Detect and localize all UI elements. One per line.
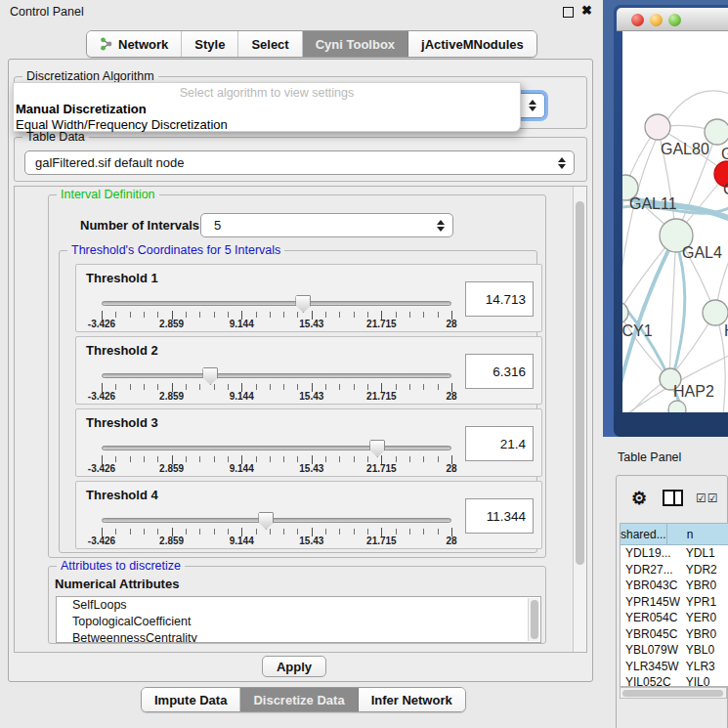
threshold-3-slider[interactable]	[102, 446, 451, 450]
cell-shared-name[interactable]: YBR043C	[621, 578, 680, 594]
number-of-intervals-value: 5	[214, 218, 221, 233]
settings-scrollbar[interactable]	[573, 187, 586, 652]
tab-style[interactable]: Style	[182, 31, 238, 57]
cell-name[interactable]: YDR2	[680, 562, 728, 578]
table-row[interactable]: YIL052CYIL0	[621, 674, 728, 687]
attribute-item[interactable]: SelfLoops	[57, 597, 540, 614]
tab-impute-data[interactable]: Impute Data	[142, 688, 240, 711]
cell-name[interactable]: YBR0	[680, 626, 728, 643]
node-attribute-table: shared... n YDL19...YDL1YDR27...YDR2YBR0…	[620, 523, 728, 687]
tick-label: 28	[446, 391, 456, 402]
column-header-shared-name[interactable]: shared...	[621, 524, 667, 544]
node-label: C	[723, 181, 728, 197]
combo-arrows-icon	[558, 157, 566, 169]
cell-name[interactable]: YER0	[680, 610, 728, 626]
tab-label: Infer Network	[371, 693, 452, 707]
cell-name[interactable]: YLR3	[680, 659, 728, 675]
cell-shared-name[interactable]: YDR27...	[621, 562, 680, 578]
thresholds-coordinates-label: Threshold's Coordinates for 5 Intervals	[67, 243, 284, 257]
tick-label: 21.715	[366, 319, 397, 329]
table-row[interactable]: YER054CYER0	[621, 610, 728, 626]
tick-label: 21.715	[366, 535, 397, 546]
zoom-traffic-light-icon[interactable]	[668, 14, 681, 26]
tab-select[interactable]: Select	[238, 31, 302, 57]
cell-name[interactable]: YBR0	[680, 578, 728, 594]
table-row[interactable]: YLR345WYLR3	[621, 659, 728, 675]
split-columns-icon[interactable]	[663, 490, 683, 506]
node-gal80[interactable]	[645, 114, 670, 140]
node-bottom[interactable]	[668, 401, 686, 412]
table-row[interactable]: YBR045CYBR0	[621, 626, 728, 643]
numerical-attributes-label: Numerical Attributes	[55, 577, 179, 591]
table-data-label: Table Data	[22, 130, 89, 144]
table-header-row: shared... n	[621, 524, 728, 545]
cell-name[interactable]: YIL0	[680, 674, 728, 687]
threshold-3-value-field[interactable]: 21.4	[465, 426, 534, 461]
table-row[interactable]: YPR145WYPR1	[621, 594, 728, 611]
control-panel-title: Control Panel	[10, 5, 84, 19]
tab-jactivemnodules[interactable]: jActiveMNodules	[408, 31, 536, 57]
cell-shared-name[interactable]: YER054C	[621, 610, 680, 626]
cell-shared-name[interactable]: YIL052C	[621, 674, 680, 687]
cell-name[interactable]: YBL0	[680, 642, 728, 659]
cell-shared-name[interactable]: YDL19...	[621, 545, 680, 562]
select-columns-icon[interactable]: ☑☑	[696, 492, 719, 505]
cell-name[interactable]: YPR1	[680, 594, 728, 611]
control-panel-titlebar: Control Panel ✖	[0, 0, 603, 23]
node-gcy1[interactable]	[622, 302, 628, 323]
cell-shared-name[interactable]: YBL079W	[621, 642, 680, 659]
dropdown-option-manual-discretization[interactable]: Manual Discretization	[16, 102, 147, 116]
table-horizontal-scrollbar[interactable]	[620, 687, 727, 699]
tick-label: 15.43	[299, 463, 323, 474]
close-icon[interactable]: ✖	[581, 3, 592, 19]
table-row[interactable]: YDR27...YDR2	[621, 562, 728, 578]
threshold-1-value-field[interactable]: 14.713	[465, 281, 534, 317]
node-label: GAL11	[629, 195, 677, 212]
threshold-1-slider[interactable]	[102, 301, 451, 306]
tab-network[interactable]: Network	[87, 31, 182, 57]
threshold-1-label: Threshold 1	[86, 271, 158, 285]
attribute-item[interactable]: TopologicalCoefficient	[57, 614, 540, 630]
tick-label: 15.43	[299, 535, 323, 546]
tab-infer-network[interactable]: Infer Network	[359, 688, 465, 711]
node-label: G	[721, 146, 728, 162]
cell-shared-name[interactable]: YLR345W	[621, 659, 680, 675]
threshold-4-slider[interactable]	[102, 518, 451, 523]
dropdown-option-equal-width-frequency[interactable]: Equal Width/Frequency Discretization	[16, 117, 228, 132]
numerical-attributes-list[interactable]: SelfLoopsTopologicalCoefficientBetweenne…	[56, 596, 541, 643]
combo-arrows-icon	[529, 100, 536, 111]
cell-shared-name[interactable]: YPR145W	[621, 594, 680, 611]
close-traffic-light-icon[interactable]	[631, 14, 644, 26]
cell-name[interactable]: YDL1	[680, 545, 728, 562]
threshold-4-value-field[interactable]: 11.344	[465, 498, 534, 534]
threshold-2-slider[interactable]	[102, 373, 451, 378]
node-label: GCY1	[622, 322, 653, 339]
table-panel-region: Table Panel ⚙ ☑☑ shared... n YDL19...YDL…	[603, 437, 728, 728]
cell-shared-name[interactable]: YBR045C	[621, 626, 680, 643]
tab-discretize-data[interactable]: Discretize Data	[240, 688, 358, 711]
column-header-name[interactable]: n	[667, 524, 728, 544]
interval-definition-label: Interval Definition	[57, 188, 159, 201]
table-panel-frame: ⚙ ☑☑ shared... n YDL19...YDL1YDR27...YDR…	[616, 475, 728, 728]
float-window-icon[interactable]	[563, 7, 574, 18]
node-label: GAL4	[682, 244, 722, 261]
table-row[interactable]: YBR043CYBR0	[621, 578, 728, 594]
threshold-2-value-field[interactable]: 6.316	[465, 354, 534, 389]
network-graph: GAL80 G C GAL11 GAL4 GCY1 H HAP2	[622, 31, 728, 412]
minimize-traffic-light-icon[interactable]	[650, 14, 663, 26]
apply-button[interactable]: Apply	[262, 656, 326, 677]
table-row[interactable]: YBL079WYBL0	[621, 642, 728, 659]
table-row[interactable]: YDL19...YDL1	[621, 545, 728, 562]
number-of-intervals-spinner[interactable]: 5	[200, 213, 453, 237]
tab-cyni-toolbox[interactable]: Cyni Toolbox	[303, 31, 408, 57]
network-view-canvas[interactable]: GAL80 G C GAL11 GAL4 GCY1 H HAP2	[622, 31, 728, 412]
tick-label: 15.43	[299, 319, 323, 329]
list-scrollbar[interactable]	[528, 598, 539, 641]
attribute-item[interactable]: BetweennessCentrality	[57, 630, 540, 643]
cyni-bottom-tabs: Impute Data Discretize Data Infer Networ…	[141, 687, 466, 712]
table-data-combobox[interactable]: galFiltered.sif default node	[24, 150, 575, 175]
slider-tick-labels: -3.4262.8599.14415.4321.71528	[102, 535, 451, 547]
tick-label: 28	[446, 463, 456, 474]
interval-definition-group: Interval Definition Number of Intervals …	[48, 194, 546, 558]
gear-icon[interactable]: ⚙	[631, 488, 647, 509]
